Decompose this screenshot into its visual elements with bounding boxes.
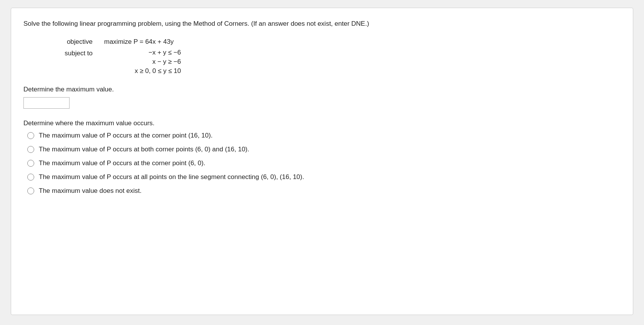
- radio-label-3: The maximum value of P occurs at the cor…: [39, 159, 205, 167]
- radio-input-5[interactable]: [27, 187, 34, 194]
- radio-option-2[interactable]: The maximum value of P occurs at both co…: [27, 146, 621, 153]
- radio-option-4[interactable]: The maximum value of P occurs at all poi…: [27, 173, 621, 181]
- radio-options-group: The maximum value of P occurs at the cor…: [27, 132, 621, 195]
- radio-label-5: The maximum value does not exist.: [39, 187, 141, 195]
- radio-label-2: The maximum value of P occurs at both co…: [39, 146, 249, 153]
- subject-to-label: subject to: [54, 49, 104, 57]
- radio-input-1[interactable]: [27, 132, 34, 139]
- max-value-input[interactable]: [23, 97, 70, 109]
- constraint-3: x ≥ 0, 0 ≤ y ≤ 10: [134, 67, 181, 75]
- objective-expression: maximize P = 64x + 43y: [104, 38, 174, 46]
- radio-option-3[interactable]: The maximum value of P occurs at the cor…: [27, 159, 621, 167]
- radio-input-4[interactable]: [27, 174, 34, 181]
- radio-label-4: The maximum value of P occurs at all poi…: [39, 173, 304, 181]
- constraint-1: −x + y ≤ −6: [149, 49, 181, 56]
- where-max-label: Determine where the maximum value occurs…: [23, 119, 621, 127]
- problem-intro: Solve the following linear programming p…: [23, 19, 621, 29]
- constraint-2: x − y ≥ −6: [152, 58, 181, 66]
- radio-input-2[interactable]: [27, 146, 34, 153]
- objective-label: objective: [54, 38, 104, 46]
- radio-label-1: The maximum value of P occurs at the cor…: [39, 132, 212, 139]
- main-card: Solve the following linear programming p…: [11, 8, 633, 315]
- radio-input-3[interactable]: [27, 160, 34, 167]
- radio-option-1[interactable]: The maximum value of P occurs at the cor…: [27, 132, 621, 139]
- radio-option-5[interactable]: The maximum value does not exist.: [27, 187, 621, 195]
- max-value-label: Determine the maximum value.: [23, 86, 621, 93]
